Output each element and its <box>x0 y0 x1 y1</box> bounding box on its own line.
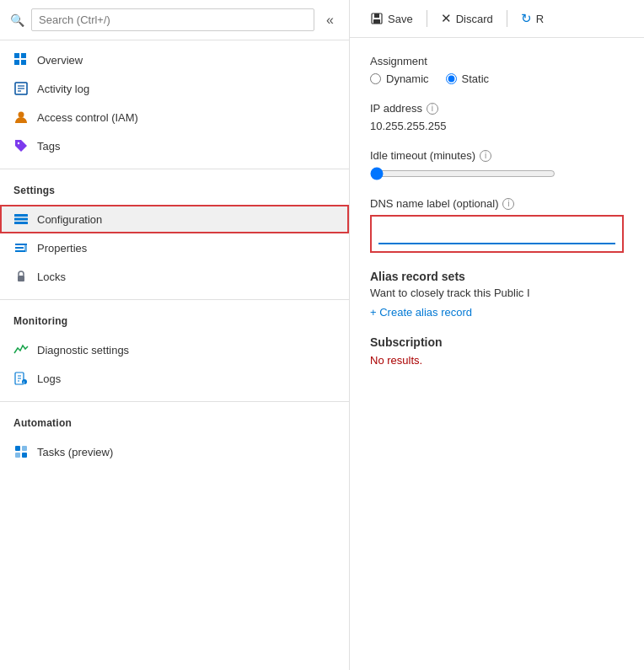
discard-button[interactable]: ✕ Discard <box>434 7 500 30</box>
svg-rect-13 <box>15 244 27 245</box>
sidebar-item-tasks-label: Tasks (preview) <box>37 446 113 458</box>
nav-section-main: Overview Activity log Access control ( <box>0 40 349 165</box>
svg-rect-30 <box>373 19 380 24</box>
svg-rect-12 <box>14 222 28 224</box>
idle-timeout-slider-container <box>370 167 624 180</box>
subscription-section: Subscription No results. <box>370 335 624 367</box>
assignment-label: Assignment <box>370 55 624 67</box>
sidebar-item-logs[interactable]: i Logs <box>0 364 349 393</box>
search-icon: 🔍 <box>10 13 24 27</box>
discard-icon: ✕ <box>441 11 452 26</box>
sidebar-item-locks-label: Locks <box>37 271 66 283</box>
ip-address-group: IP address i 10.255.255.255 <box>370 102 624 132</box>
logs-icon: i <box>13 371 29 386</box>
svg-rect-16 <box>24 245 27 252</box>
nav-section-monitoring: Diagnostic settings i Logs <box>0 330 349 398</box>
svg-rect-26 <box>15 453 20 458</box>
search-bar: 🔍 « <box>0 0 349 40</box>
static-label: Static <box>462 72 490 85</box>
svg-rect-11 <box>14 218 28 221</box>
svg-rect-15 <box>15 250 25 252</box>
dns-field-label: DNS name label (optional) i <box>370 197 624 210</box>
sidebar-item-iam-label: Access control (IAM) <box>37 111 138 124</box>
sidebar-item-properties[interactable]: Properties <box>0 233 349 262</box>
sidebar-item-overview-label: Overview <box>37 54 83 67</box>
sidebar-item-properties-label: Properties <box>37 242 87 255</box>
toolbar-divider-2 <box>507 10 507 27</box>
refresh-button[interactable]: ↻ R <box>514 7 550 30</box>
refresh-icon: ↻ <box>521 11 532 26</box>
dns-info-icon[interactable]: i <box>502 198 514 210</box>
ip-address-info-icon[interactable]: i <box>427 103 438 115</box>
properties-icon <box>13 240 29 255</box>
svg-rect-2 <box>14 60 19 65</box>
sidebar-item-overview[interactable]: Overview <box>0 46 349 74</box>
idle-timeout-label: Idle timeout (minutes) i <box>370 149 624 162</box>
idle-timeout-group: Idle timeout (minutes) i <box>370 149 624 180</box>
svg-rect-24 <box>15 446 20 451</box>
overview-icon <box>13 52 29 67</box>
svg-rect-14 <box>15 247 24 249</box>
alias-section: Alias record sets Want to closely track … <box>370 270 624 319</box>
sidebar-item-configuration-label: Configuration <box>37 213 102 226</box>
ip-address-value: 10.255.255.255 <box>370 120 624 132</box>
svg-rect-25 <box>22 446 27 451</box>
sidebar-item-diagnostic[interactable]: Diagnostic settings <box>0 335 349 364</box>
svg-rect-3 <box>21 60 26 65</box>
content-area: Assignment Dynamic Static IP address i 1… <box>350 38 644 670</box>
discard-label: Discard <box>456 13 493 25</box>
main-panel: Save ✕ Discard ↻ R Assignment Dynamic <box>350 0 644 670</box>
sidebar: 🔍 « Overview <box>0 0 350 670</box>
sidebar-item-locks[interactable]: Locks <box>0 262 349 291</box>
dns-name-input[interactable] <box>378 223 615 244</box>
alias-desc: Want to closely track this Public I <box>370 287 624 299</box>
static-radio-option[interactable]: Static <box>446 72 490 85</box>
create-alias-record-link[interactable]: + Create alias record <box>370 306 472 319</box>
diagnostic-icon <box>13 342 29 357</box>
dynamic-radio[interactable] <box>370 73 381 84</box>
alias-title: Alias record sets <box>370 270 624 283</box>
iam-icon <box>13 110 29 125</box>
sidebar-item-activity-log-label: Activity log <box>37 83 89 95</box>
svg-point-8 <box>19 112 24 118</box>
svg-rect-27 <box>22 453 27 458</box>
subscription-title: Subscription <box>370 335 624 349</box>
toolbar-divider-1 <box>427 10 427 27</box>
automation-label: Automation <box>0 405 349 432</box>
refresh-label: R <box>536 13 544 25</box>
no-results-text: No results. <box>370 354 624 367</box>
sidebar-item-activity-log[interactable]: Activity log <box>0 74 349 103</box>
divider-settings <box>0 169 349 169</box>
idle-timeout-slider[interactable] <box>370 167 555 180</box>
tasks-icon <box>13 444 29 459</box>
divider-automation <box>0 401 349 402</box>
sidebar-item-configuration[interactable]: Configuration <box>0 205 349 233</box>
sidebar-item-tasks[interactable]: Tasks (preview) <box>0 437 349 466</box>
monitoring-label: Monitoring <box>0 303 349 330</box>
sidebar-item-diagnostic-label: Diagnostic settings <box>37 344 129 356</box>
nav-section-settings: Configuration Properties Locks <box>0 200 349 296</box>
search-input[interactable] <box>31 8 314 31</box>
assignment-group: Assignment Dynamic Static <box>370 55 624 85</box>
save-button[interactable]: Save <box>363 8 420 29</box>
ip-address-label: IP address i <box>370 102 624 115</box>
divider-monitoring <box>0 299 349 300</box>
svg-rect-1 <box>21 53 26 58</box>
collapse-button[interactable]: « <box>321 11 339 29</box>
alias-link-label: Create alias record <box>379 306 472 319</box>
dynamic-radio-option[interactable]: Dynamic <box>370 72 429 85</box>
configuration-icon <box>13 212 29 227</box>
sidebar-item-tags-label: Tags <box>37 140 60 153</box>
sidebar-item-logs-label: Logs <box>37 373 61 385</box>
sidebar-item-tags[interactable]: Tags <box>0 131 349 160</box>
save-icon <box>370 12 384 25</box>
save-label: Save <box>388 13 413 25</box>
toolbar: Save ✕ Discard ↻ R <box>350 0 644 38</box>
svg-rect-17 <box>18 276 24 281</box>
tags-icon <box>13 138 29 153</box>
idle-timeout-info-icon[interactable]: i <box>480 150 491 162</box>
locks-icon <box>13 269 29 284</box>
static-radio[interactable] <box>446 73 457 84</box>
sidebar-item-iam[interactable]: Access control (IAM) <box>0 103 349 131</box>
dynamic-label: Dynamic <box>386 72 429 85</box>
